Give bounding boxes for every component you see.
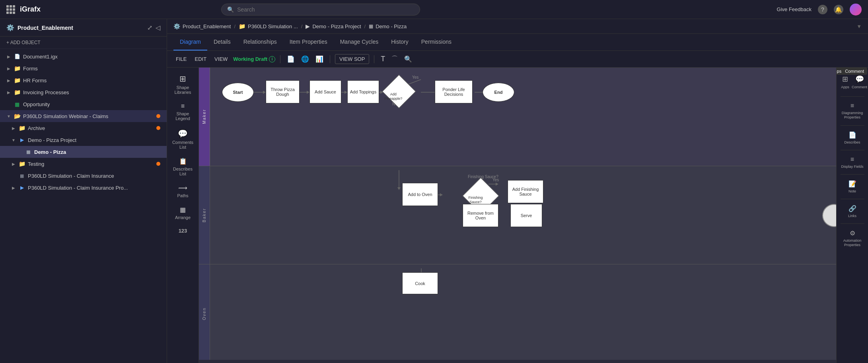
breadcrumb-item-demo-pizza[interactable]: ▦ Demo - Pizza (369, 23, 407, 29)
breadcrumb-item-p360ld[interactable]: 📁 P360LD Simulation ... (239, 23, 298, 29)
arrange-button[interactable]: ▦ Arrange (169, 203, 197, 223)
shape-add-toppings[interactable]: Add Toppings (347, 80, 379, 103)
describes-button[interactable]: 📄 Describes (838, 127, 867, 148)
breadcrumb-workspace-icon: ⚙️ (173, 23, 180, 29)
describes-list-button[interactable]: 📋 Describes List (169, 154, 197, 179)
links-button[interactable]: 🔗 Links (838, 201, 867, 222)
shape-start[interactable]: Start (222, 83, 254, 102)
tab-permissions[interactable]: Permissions (415, 34, 458, 50)
tab-details[interactable]: Details (207, 34, 237, 50)
folder-open-icon: 📂 (14, 113, 21, 120)
apps-grid-icon[interactable] (6, 5, 15, 14)
process-icon: ▶ (18, 136, 25, 144)
center-content: ⚙️ Product_Enablement / 📁 P360LD Simulat… (167, 19, 868, 363)
shape-ponder[interactable]: Ponder Life Decisions (435, 80, 473, 103)
folder-icon: 📁 (14, 89, 21, 96)
diagram-scrollbar[interactable] (199, 360, 836, 363)
bell-icon[interactable]: 🔔 (834, 5, 843, 14)
shape-remove-from-oven[interactable]: Remove from Oven (463, 204, 498, 227)
view-sop-button[interactable]: VIEW SOP (335, 54, 369, 64)
tab-manage-cycles[interactable]: Manage Cycles (334, 34, 385, 50)
shape-libraries-button[interactable]: ⊞ Shape Libraries (169, 71, 197, 98)
connector-icon[interactable]: ⌒ (390, 53, 399, 65)
sidebar-header-icons: ⤢ ◁ (147, 24, 160, 31)
expand-icon[interactable]: ⤢ (147, 24, 152, 31)
apps-button[interactable]: ⊞ Apps (838, 71, 852, 93)
sidebar-item-testing[interactable]: ▶ 📁 Testing (0, 158, 167, 170)
working-draft-status: Working Draft i (233, 56, 275, 62)
working-draft-info-icon[interactable]: i (269, 56, 275, 62)
shape-pineapple-decision[interactable]: Add Pineapple? (382, 75, 416, 109)
tree-item-label: Archive (28, 125, 154, 131)
shape-libraries-icon: ⊞ (179, 74, 186, 83)
avatar[interactable] (850, 4, 862, 16)
diagramming-properties-button[interactable]: ≡ Diagramming Properties (838, 98, 867, 124)
shape-end[interactable]: End (483, 83, 514, 102)
left-tool-panel: ⊞ Shape Libraries ≡ Shape Legend 💬 Comme… (167, 68, 199, 363)
collapse-icon[interactable]: ◁ (156, 24, 160, 31)
search-input[interactable] (237, 6, 414, 13)
file-menu[interactable]: FILE (173, 54, 189, 64)
document-icon[interactable]: 📄 (285, 54, 296, 64)
help-icon[interactable]: ? (818, 5, 827, 14)
view-menu[interactable]: VIEW (212, 54, 230, 64)
lane-label-maker: Maker (199, 68, 210, 166)
tab-item-properties[interactable]: Item Properties (283, 34, 334, 50)
comments-list-button[interactable]: 💬 Comments List (169, 126, 197, 153)
chevron-icon: ▼ (6, 114, 11, 118)
automation-properties-button[interactable]: ⚙ Automation Properties (838, 225, 867, 251)
workspace-icon: ⚙️ (6, 24, 14, 31)
chevron-icon: ▶ (11, 161, 16, 166)
tab-history[interactable]: History (385, 34, 415, 50)
paths-button[interactable]: ⟿ Paths (169, 181, 197, 201)
sidebar-item-invoicing[interactable]: ▶ 📁 Invoicing Processes (0, 86, 167, 98)
tree-item-label: Invoicing Processes (23, 89, 160, 95)
panel-separator (841, 223, 864, 224)
panel-separator (841, 199, 864, 199)
breadcrumb-separator: / (301, 23, 303, 29)
edit-menu[interactable]: EDIT (192, 54, 209, 64)
sidebar-item-p360ld[interactable]: ▼ 📂 P360LD Simulation Webinar - Claims (0, 110, 167, 122)
sidebar-item-claim-insurance[interactable]: ▶ ▦ P360LD Simulation - Claim Insurance (0, 170, 167, 182)
sidebar-item-archive[interactable]: ▶ 📁 Archive (0, 122, 167, 134)
shape-add-sauce[interactable]: Add Sauce (309, 80, 341, 103)
breadcrumb-item-demo-pizza-project[interactable]: ▶ Demo - Pizza Project (306, 23, 361, 29)
lane-label-text: Oven (202, 307, 206, 320)
shape-cook[interactable]: Cook (402, 272, 438, 294)
sidebar-item-demo-pizza-project[interactable]: ▼ ▶ Demo - Pizza Project (0, 134, 167, 146)
shape-serve[interactable]: Serve (510, 204, 542, 227)
feedback-button[interactable]: Give Feedback (777, 6, 812, 12)
shape-add-to-oven[interactable]: Add to Oven (402, 183, 438, 206)
search-diagram-icon[interactable]: 🔍 (403, 54, 414, 64)
diagram-canvas[interactable]: Maker (199, 68, 836, 363)
sidebar-item-doc1[interactable]: ▶ 📄 Document1.igx (0, 50, 167, 62)
chart-icon[interactable]: 📊 (314, 54, 325, 64)
globe-icon[interactable]: 🌐 (300, 54, 311, 64)
toolbar-separator (280, 55, 280, 63)
search-bar[interactable]: 🔍 (221, 4, 420, 16)
tab-relationships[interactable]: Relationships (237, 34, 283, 50)
links-icon: 🔗 (849, 205, 856, 212)
sidebar-item-claim-insurance-pro[interactable]: ▶ ▶ P360LD Simulation - Claim Insurance … (0, 182, 167, 194)
lane-label-text: Maker (202, 109, 206, 124)
shape-add-finishing-sauce[interactable]: Add Finishing Sauce (508, 180, 543, 203)
shape-partial-circle[interactable] (822, 204, 836, 227)
note-button[interactable]: 📝 Note (838, 176, 867, 197)
shape-throw-dough[interactable]: Throw Pizza Dough (266, 80, 300, 103)
sidebar-item-demo-pizza[interactable]: ▶ ▦ Demo - Pizza (0, 146, 167, 158)
text-format-icon[interactable]: T (379, 53, 387, 65)
comment-button[interactable]: 💬 Comment (852, 71, 867, 93)
sidebar-item-opportunity[interactable]: ▶ ▦ Opportunity (0, 98, 167, 110)
breadcrumb-item-workspace[interactable]: ⚙️ Product_Enablement (173, 23, 231, 29)
tab-diagram[interactable]: Diagram (173, 34, 207, 50)
sidebar-item-hrforms[interactable]: ▶ 📁 HR Forms (0, 74, 167, 86)
display-fields-button[interactable]: ≡ Display Fields (838, 152, 867, 173)
panel-separator (841, 96, 864, 97)
breadcrumb-collapse-icon[interactable]: ▼ (856, 23, 862, 29)
shape-legend-icon: ≡ (181, 103, 185, 110)
paths-icon: ⟿ (178, 184, 187, 192)
add-object-button[interactable]: + ADD OBJECT (0, 37, 167, 49)
sidebar-item-forms[interactable]: ▶ 📁 Forms (0, 62, 167, 74)
tree-item-label: Demo - Pizza (34, 149, 160, 155)
shape-legend-button[interactable]: ≡ Shape Legend (169, 99, 197, 124)
